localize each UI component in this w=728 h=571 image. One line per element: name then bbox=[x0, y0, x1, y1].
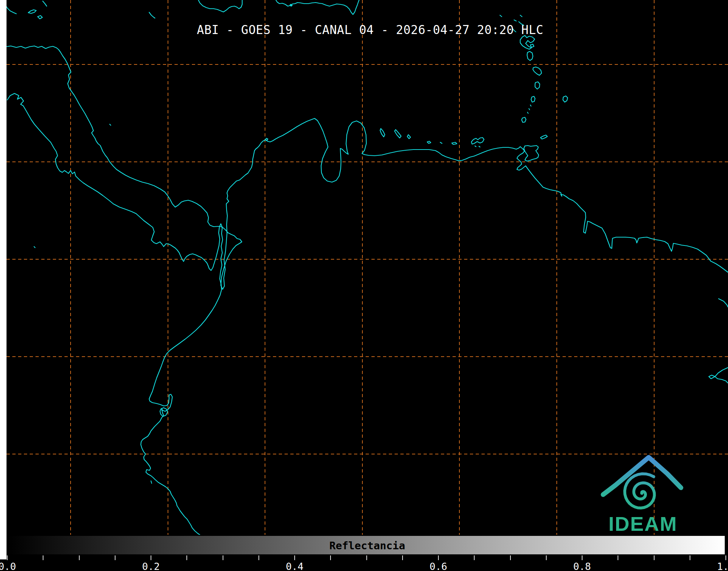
colorbar-tick-label: 0.4 bbox=[286, 561, 304, 571]
colorbar-tick-label: 0.6 bbox=[430, 561, 447, 571]
coastline bbox=[524, 146, 539, 161]
colorbar-tick bbox=[7, 555, 8, 560]
coastline bbox=[531, 96, 535, 102]
colorbar-label: Reflectancia bbox=[3, 539, 728, 552]
colorbar-tick bbox=[186, 555, 187, 560]
ideam-spiral-eye-icon bbox=[640, 492, 644, 495]
coastline bbox=[527, 112, 528, 113]
coastline bbox=[527, 51, 533, 60]
coastline bbox=[540, 135, 547, 139]
colorbar-tick-label: 0.0 bbox=[0, 561, 16, 571]
coastline bbox=[563, 96, 568, 102]
coastline bbox=[719, 299, 728, 307]
coastline bbox=[530, 105, 531, 106]
colorbar-tick bbox=[474, 555, 475, 560]
colorbar-tick bbox=[115, 555, 115, 560]
ideam-hurricane-spiral-icon bbox=[625, 474, 655, 508]
coastline bbox=[395, 130, 401, 138]
coastline bbox=[198, 0, 242, 12]
coastline bbox=[530, 44, 534, 47]
colorbar-tick bbox=[258, 555, 259, 560]
coastline bbox=[380, 129, 385, 137]
coastline bbox=[265, 138, 268, 140]
colorbar-tick bbox=[402, 555, 403, 560]
satellite-map-canvas: IDEAM bbox=[0, 0, 728, 571]
figure-left-margin bbox=[0, 0, 7, 559]
colorbar-tick bbox=[546, 555, 547, 560]
coastline bbox=[514, 20, 516, 21]
coastline bbox=[28, 10, 36, 13]
coastline bbox=[529, 109, 530, 110]
coastline bbox=[479, 146, 480, 147]
colorbar-tick bbox=[654, 555, 655, 560]
coastline bbox=[522, 117, 526, 122]
coastline bbox=[500, 15, 502, 17]
colorbar-tick bbox=[294, 555, 295, 560]
ideam-logo: IDEAM bbox=[603, 457, 681, 535]
coastline bbox=[709, 375, 715, 379]
colorbar-tick-label: 0.8 bbox=[573, 561, 591, 571]
colorbar-tick bbox=[690, 555, 690, 560]
graticule-gridlines bbox=[7, 0, 728, 535]
coastline bbox=[520, 15, 522, 17]
ideam-mountain-icon bbox=[603, 457, 681, 495]
coastline bbox=[276, 0, 359, 14]
colorbar-tick bbox=[330, 555, 331, 560]
coastline bbox=[475, 146, 476, 147]
coastline bbox=[427, 141, 431, 143]
colorbar-tick bbox=[43, 555, 43, 560]
coastline bbox=[7, 93, 223, 535]
coastline bbox=[38, 16, 42, 19]
colorbar-tick bbox=[366, 555, 367, 560]
colorbar-tick bbox=[618, 555, 618, 560]
coastline bbox=[149, 12, 155, 18]
coastline bbox=[452, 142, 457, 144]
coastline bbox=[715, 368, 728, 383]
ideam-logo-text: IDEAM bbox=[609, 512, 677, 535]
colorbar-tick-label: 0.2 bbox=[142, 561, 160, 571]
colorbar-tick bbox=[510, 555, 511, 560]
coastline bbox=[407, 135, 411, 139]
colorbar-tick bbox=[438, 555, 439, 560]
coastline bbox=[0, 46, 728, 289]
colorbar-tick bbox=[582, 555, 582, 560]
colorbar-tick bbox=[223, 555, 223, 560]
coastline bbox=[34, 247, 35, 248]
coastline bbox=[535, 82, 540, 89]
coastline bbox=[151, 481, 152, 483]
coastline bbox=[110, 124, 111, 125]
colorbar-tick bbox=[725, 555, 726, 560]
goes-satellite-image-viewer: IDEAM ABI - GOES 19 - CANAL 04 - 2026-04… bbox=[0, 0, 728, 571]
coastline bbox=[440, 142, 442, 143]
coastline bbox=[533, 67, 542, 75]
coastline-layer bbox=[0, 0, 728, 535]
image-title: ABI - GOES 19 - CANAL 04 - 2026-04-27 20… bbox=[6, 23, 728, 37]
colorbar-tick bbox=[151, 555, 151, 560]
colorbar-tick-label: 1.0 bbox=[717, 561, 728, 571]
coastline bbox=[471, 138, 484, 144]
coastline bbox=[43, 1, 47, 6]
colorbar-tick bbox=[79, 555, 80, 560]
